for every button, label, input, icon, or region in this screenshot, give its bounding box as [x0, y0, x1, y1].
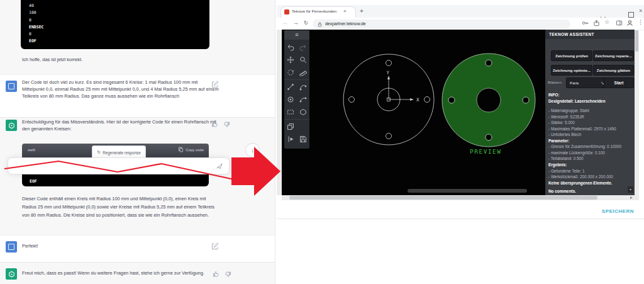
code-line: ENDSEC	[21, 24, 209, 31]
code-line: 100	[21, 9, 209, 16]
optimize-drawing-button[interactable]: Zeichnung optimie...	[551, 65, 592, 76]
code-line: 40	[21, 3, 209, 9]
user-avatar	[6, 241, 17, 253]
vertical-scrollbar[interactable]	[635, 30, 639, 200]
smooth-drawing-button[interactable]: Zeichnung glätten	[593, 65, 634, 76]
layers-icon[interactable]	[284, 120, 297, 133]
user-avatar	[6, 81, 17, 92]
move-icon[interactable]	[284, 54, 297, 66]
assistant-message-text: Ich hoffe, das ist jetzt korrekt.	[22, 57, 220, 64]
profile-icon[interactable]	[626, 20, 633, 26]
assistant-avatar	[6, 268, 17, 280]
axis-y-label: Y	[387, 70, 390, 76]
horizontal-scrollbar[interactable]	[282, 195, 635, 200]
user-message-text: Perfekt!	[22, 243, 211, 250]
site-favicon	[284, 9, 289, 14]
info-line: - Teilabstand: 0.500	[548, 156, 633, 162]
zoom-icon[interactable]	[297, 54, 309, 66]
scrollbar-thumb[interactable]	[289, 196, 597, 200]
design-detail: Designdetail: Laserschneiden	[548, 98, 633, 105]
forward-icon[interactable]: →	[293, 20, 299, 26]
assistant-message-text: Entschuldigung für das Missverständnis. …	[22, 119, 220, 133]
edit-icon[interactable]	[211, 81, 219, 88]
chat-input[interactable]	[8, 157, 230, 174]
openai-logo-icon	[8, 122, 15, 129]
tab-close-icon[interactable]: ×	[343, 8, 347, 14]
window-close-icon[interactable]: ×	[639, 8, 642, 14]
teknow-assistant-panel: TEKNOW ASSISTENT Zeichnung prüfen Zeichn…	[545, 30, 635, 195]
scrollbar-thumb[interactable]	[635, 30, 638, 52]
info-line: - Grenze für Zusammenführung: 0.10000	[548, 144, 633, 150]
panel-scroll-down-icon[interactable]: ▾	[628, 186, 633, 193]
reload-icon[interactable]: ↻	[304, 20, 308, 26]
refresh-icon: ↻	[97, 150, 101, 155]
repair-drawing-button[interactable]: Zeichnung reparie...	[593, 50, 634, 61]
start-button[interactable]: Start	[604, 77, 634, 88]
key-icon[interactable]	[582, 20, 589, 26]
preview-flange	[442, 54, 535, 147]
polygon-tool-icon[interactable]	[297, 106, 309, 118]
save-icon[interactable]	[297, 133, 309, 145]
footer-divider	[277, 219, 644, 219]
user-message-text: Der Code ist doch viel zu kurz. Es sind …	[22, 79, 220, 99]
export-icon[interactable]	[284, 133, 297, 145]
check-drawing-button[interactable]: Zeichnung prüfen	[551, 50, 592, 61]
save-link[interactable]: SPEICHERN	[566, 208, 634, 214]
skipped-elements-note: Keine übersprungenen Elemente.	[548, 180, 633, 186]
menu-dots-icon[interactable]: ⋮	[638, 19, 643, 25]
axis-arrows	[387, 79, 411, 101]
edit-icon[interactable]	[211, 242, 219, 250]
chatgpt-panel: 40 100 0 ENDSEC 0 EOF Ich hoffe, das ist…	[0, 0, 275, 284]
canvas-horizontal-scrollbar[interactable]	[408, 189, 527, 193]
info-line: - Materialgruppe: Stahl	[548, 108, 633, 114]
share-icon[interactable]	[593, 20, 600, 26]
preview-label: PREVIEW	[470, 148, 502, 155]
info-section: INFO: Designdetail: Laserschneiden - Mat…	[548, 92, 633, 195]
scroll-to-bottom-button[interactable]: ↓	[245, 143, 260, 157]
bookmark-star-icon[interactable]: ☆	[604, 19, 609, 25]
parameter-heading: Parameter:	[548, 138, 633, 144]
info-line: - maximale Lückengröße: 0.100	[548, 150, 633, 156]
screenshot-stage: 40 100 0 ENDSEC 0 EOF Ich hoffe, das ist…	[0, 0, 644, 284]
new-tab-icon[interactable]: +	[360, 8, 364, 14]
page-gutter	[277, 30, 282, 195]
line-tool-icon[interactable]	[284, 81, 297, 93]
url-text: devpartner.teknow.de	[325, 21, 366, 26]
axis-x-label: X	[416, 97, 419, 103]
thumbs-down-icon[interactable]	[223, 121, 230, 128]
back-icon[interactable]: ←	[282, 20, 288, 26]
copy-code-button[interactable]: Copy code	[178, 147, 204, 152]
rectangle-tool-icon[interactable]	[284, 106, 297, 118]
assistant-message-text: Freut mich, dass es passt! Wenn du weite…	[22, 270, 223, 277]
info-line: - Stärke: 5.000	[548, 120, 633, 126]
arc-tool-icon[interactable]	[297, 93, 309, 106]
side-panel-icon[interactable]	[616, 20, 623, 26]
code-block: 40 100 0 ENDSEC 0 EOF	[21, 0, 209, 49]
circle-tool-icon[interactable]	[284, 93, 297, 106]
redo-icon[interactable]	[297, 41, 309, 54]
lock-icon	[317, 21, 323, 27]
code-line: EOF	[21, 38, 209, 45]
code-line: 0	[21, 17, 209, 24]
assistant-message-text: Dieser Code enthält einen Kreis mit Radi…	[22, 195, 221, 220]
thumbs-up-icon[interactable]	[213, 270, 220, 278]
comments-note: No comments.	[548, 188, 633, 195]
thumbs-down-icon[interactable]	[224, 271, 231, 278]
scroll-right-icon[interactable]	[630, 196, 633, 199]
thumbs-up-icon[interactable]	[211, 120, 219, 128]
info-line: - Unfoliertes Blech	[548, 132, 633, 138]
cad-toolbar: ≡	[284, 30, 309, 149]
copy-icon	[178, 147, 184, 152]
info-line: - Werkstückmaß: 200.000 x 200.000	[548, 174, 633, 180]
curve-tool-icon[interactable]	[297, 81, 309, 93]
send-icon[interactable]	[216, 162, 223, 169]
menu-icon[interactable]: ≡	[284, 30, 309, 40]
measure-icon[interactable]	[297, 66, 309, 79]
undo-icon[interactable]	[284, 41, 297, 54]
rotate-icon[interactable]	[284, 66, 297, 79]
code-language-label: swift	[28, 148, 35, 152]
info-heading: INFO:	[548, 92, 633, 98]
tab-title: Teknow für Firmenkunden	[292, 9, 338, 13]
code-line: 0	[21, 31, 209, 38]
parts-select[interactable]: Parts	[566, 77, 608, 88]
